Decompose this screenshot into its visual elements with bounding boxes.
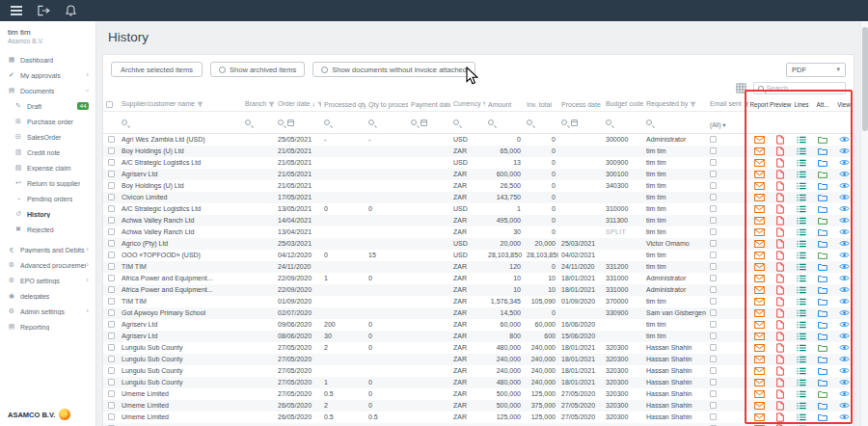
calendar-icon[interactable] [420,120,427,126]
view-eye-icon[interactable] [839,344,850,351]
preview-pdf-icon[interactable] [776,158,784,168]
preview-pdf-icon[interactable] [776,262,784,272]
lines-icon[interactable] [797,252,806,259]
sidebar-item-draft[interactable]: ✎Draft44 [0,98,95,114]
row-checkbox[interactable] [108,286,115,293]
attachments-folder-icon[interactable] [818,286,827,294]
attachments-folder-icon[interactable] [818,252,827,259]
row-checkbox[interactable] [108,309,115,316]
filter-cell-process-date[interactable] [558,111,603,133]
search-box[interactable] [753,82,846,94]
view-eye-icon[interactable] [839,194,850,200]
row-checkbox[interactable] [108,136,115,143]
report-icon[interactable] [754,309,765,317]
report-icon[interactable] [754,333,765,340]
report-icon[interactable] [754,286,765,294]
report-icon[interactable] [754,298,765,306]
attachments-folder-icon[interactable] [818,147,827,155]
filter-cell-supplier-customer-name[interactable] [119,111,242,133]
attachments-folder-icon[interactable] [818,321,827,329]
preview-pdf-icon[interactable] [776,170,784,179]
view-eye-icon[interactable] [839,252,850,258]
preview-pdf-icon[interactable] [776,378,784,387]
report-icon[interactable] [754,402,765,410]
preview-pdf-icon[interactable] [776,193,784,202]
table-row[interactable]: OOO «TOPFOOD» (USD)04/12/2020015USD28,10… [103,250,854,261]
report-icon[interactable] [754,263,765,271]
view-eye-icon[interactable] [839,182,850,189]
menu-icon[interactable] [11,6,22,15]
preview-pdf-icon[interactable] [776,135,784,145]
attachments-folder-icon[interactable] [818,136,827,144]
view-eye-icon[interactable] [839,171,850,177]
table-row[interactable]: Lungulu Sub County27/05/2020ZAR240,00024… [103,354,854,365]
view-eye-icon[interactable] [839,205,850,212]
attachments-folder-icon[interactable] [818,171,827,178]
report-icon[interactable] [754,379,765,386]
report-icon[interactable] [754,217,765,225]
column-header-qty-to-process[interactable]: Qty to process [366,98,408,111]
view-eye-icon[interactable] [839,286,850,293]
row-checkbox[interactable] [108,390,115,397]
table-row[interactable]: A/C Strategic Logistics Ltd21/05/2021USD… [103,157,854,169]
table-row[interactable]: Africa Power and Equipment...22/09/2020Z… [103,284,854,296]
table-row[interactable]: Africa Power and Equipment...22/09/20201… [103,273,854,284]
view-eye-icon[interactable] [839,333,850,339]
lines-icon[interactable] [797,321,806,329]
lines-icon[interactable] [797,286,806,294]
report-icon[interactable] [754,252,765,259]
sidebar-item-payments-and-debits[interactable]: €Payments and Debits› [0,242,95,257]
report-icon[interactable] [754,321,765,329]
sidebar-item-my-approvals[interactable]: ✔My approvals› [0,67,95,83]
table-row[interactable]: Umeme Limited26/05/20200.50.5ZAR125,0001… [103,412,854,423]
table-row[interactable]: Lungulu Sub County27/05/202020ZAR480,000… [103,342,854,354]
logout-icon[interactable] [38,5,50,16]
row-checkbox[interactable] [108,275,115,281]
table-row[interactable]: Civicon Limited17/05/2021ZAR143,7500tim … [103,192,854,203]
preview-pdf-icon[interactable] [776,251,784,260]
column-header-currency[interactable]: Currency [450,98,485,111]
filter-icon[interactable] [317,101,321,108]
filter-cell-amount[interactable] [485,111,524,133]
page-scrollbar[interactable] [860,21,868,426]
sort-descending-icon[interactable]: ↓ [312,100,315,107]
filter-cell-processed-qty[interactable] [321,111,366,133]
table-row[interactable]: Boy Holdings (U) Ltd21/05/2021ZAR26,5000… [103,180,854,192]
column-header-processed-qty[interactable]: Processed qty [321,98,366,111]
search-input[interactable] [767,85,841,92]
column-chooser-icon[interactable] [736,83,746,93]
lines-icon[interactable] [797,159,806,167]
lines-icon[interactable] [797,136,806,144]
sidebar-item-reporting[interactable]: ▤Reporting [0,319,95,334]
table-row[interactable]: TIM TIM24/11/2020ZAR120024/11/2020331200… [103,261,854,273]
attachments-folder-icon[interactable] [818,344,827,352]
filter-icon[interactable] [744,101,748,108]
filter-cell-email-sent[interactable]: (All) ▾ [707,111,748,133]
column-header-inv-total[interactable]: Inv. total [524,98,558,111]
column-header-requested-by[interactable]: Requested by [643,98,707,111]
view-eye-icon[interactable] [839,275,850,281]
row-checkbox[interactable] [108,298,115,305]
row-checkbox[interactable] [108,182,115,189]
attachments-folder-icon[interactable] [818,309,827,317]
sidebar-item-delegates[interactable]: ◉delegates [0,288,95,304]
lines-icon[interactable] [797,309,806,317]
show-without-invoice-radio[interactable]: Show documents without invoice attached [312,62,475,77]
lines-icon[interactable] [797,390,806,398]
export-format-select[interactable]: PDF ▾ [786,63,846,77]
report-icon[interactable] [754,228,765,236]
scrollbar-thumb[interactable] [862,27,868,131]
preview-pdf-icon[interactable] [776,285,784,295]
sidebar-item-history[interactable]: ↺History [0,206,95,222]
lines-icon[interactable] [797,379,806,386]
row-checkbox[interactable] [108,159,115,166]
view-eye-icon[interactable] [839,240,850,247]
report-icon[interactable] [754,205,765,213]
view-eye-icon[interactable] [839,217,850,224]
lines-icon[interactable] [797,171,806,178]
preview-pdf-icon[interactable] [776,204,784,214]
report-icon[interactable] [754,147,765,155]
preview-pdf-icon[interactable] [776,413,784,422]
preview-pdf-icon[interactable] [776,320,784,330]
attachments-folder-icon[interactable] [818,275,827,282]
